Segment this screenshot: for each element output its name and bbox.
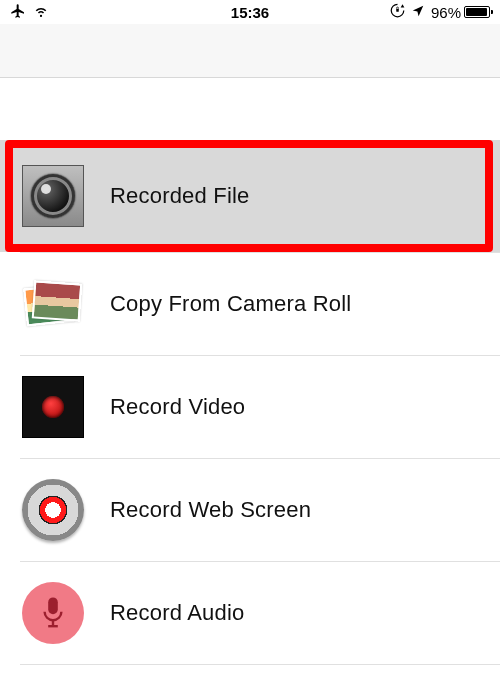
- menu-item-label: Copy From Camera Roll: [110, 291, 351, 317]
- svg-rect-0: [396, 9, 399, 12]
- camera-lens-icon: [22, 165, 84, 227]
- menu-item-label: Record Web Screen: [110, 497, 311, 523]
- menu-item-label: Record Audio: [110, 600, 245, 626]
- battery-percent: 96%: [431, 4, 461, 21]
- status-right: 96%: [390, 3, 490, 21]
- status-time: 15:36: [231, 4, 269, 21]
- menu-item-record-video[interactable]: Record Video: [0, 356, 500, 458]
- photos-stack-icon: [22, 273, 84, 335]
- microphone-icon: [22, 582, 84, 644]
- menu-item-record-audio[interactable]: Record Audio: [0, 562, 500, 664]
- location-icon: [411, 4, 425, 21]
- record-video-icon: [22, 376, 84, 438]
- menu-item-recorded-file[interactable]: Recorded File: [0, 140, 500, 252]
- battery-icon: [464, 6, 490, 18]
- battery-indicator: 96%: [431, 4, 490, 21]
- top-spacer: [0, 78, 500, 140]
- menu-item-label: Recorded File: [110, 183, 250, 209]
- menu-item-copy-camera-roll[interactable]: Copy From Camera Roll: [0, 253, 500, 355]
- airplane-mode-icon: [10, 3, 26, 22]
- battery-fill: [466, 8, 487, 16]
- menu-list: Recorded File Copy From Camera Roll Reco…: [0, 140, 500, 665]
- menu-item-label: Record Video: [110, 394, 245, 420]
- status-bar: 15:36 96%: [0, 0, 500, 24]
- nav-header: [0, 24, 500, 78]
- wifi-icon: [32, 4, 50, 21]
- menu-item-record-web-screen[interactable]: Record Web Screen: [0, 459, 500, 561]
- orientation-lock-icon: [390, 3, 405, 21]
- record-disc-icon: [22, 479, 84, 541]
- separator: [20, 664, 500, 665]
- svg-rect-1: [48, 597, 58, 614]
- status-left: [10, 3, 50, 22]
